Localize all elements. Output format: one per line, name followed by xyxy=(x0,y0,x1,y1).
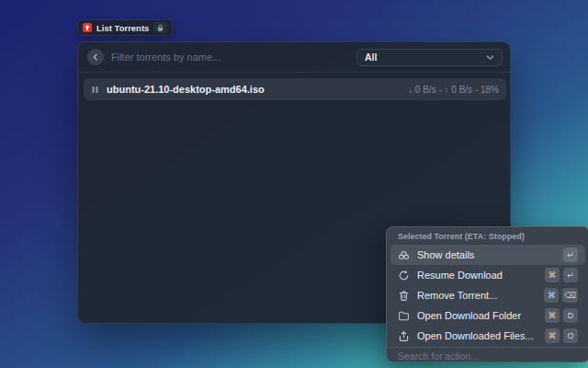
back-button[interactable] xyxy=(87,49,104,65)
cmd-key: ⌘ xyxy=(545,268,560,282)
open-files-icon xyxy=(398,330,410,342)
action-search-input[interactable] xyxy=(398,351,578,362)
shortcut-keys: ⌘ ⌫ xyxy=(544,288,578,303)
desktop-background: List Torrents All ubuntu-2 xyxy=(0,0,588,368)
action-open-downloaded-files[interactable]: Open Downloaded Files... ⌘ O xyxy=(390,326,585,346)
action-resume-download[interactable]: Resume Download ⌘ ↵ xyxy=(390,265,585,285)
torrent-name: ubuntu-21.10-desktop-amd64.iso xyxy=(107,84,408,95)
delete-key: ⌫ xyxy=(562,288,578,303)
trash-icon xyxy=(398,290,410,302)
command-badge-label: List Torrents xyxy=(96,23,149,33)
shortcut-keys: ⌘ ↵ xyxy=(545,268,578,282)
action-label: Remove Torrent... xyxy=(417,290,544,301)
chevron-down-icon xyxy=(486,53,494,62)
return-key: ↵ xyxy=(563,247,578,262)
action-panel: Selected Torrent (ETA: Stopped) Show det… xyxy=(386,226,588,362)
raycast-window: All ubuntu-21.10-desktop-amd64.iso ↓ 0 B… xyxy=(77,41,511,324)
d-key: D xyxy=(563,308,578,323)
cmd-key: ⌘ xyxy=(545,308,560,323)
action-panel-title: Selected Torrent (ETA: Stopped) xyxy=(387,227,588,245)
shortcut-keys: ⌘ D xyxy=(545,308,578,323)
action-label: Open Downloaded Files... xyxy=(417,330,545,341)
status-filter-dropdown[interactable]: All xyxy=(356,49,503,66)
return-key: ↵ xyxy=(563,268,578,282)
shortcut-keys: ↵ xyxy=(563,247,578,262)
binoculars-icon xyxy=(398,249,410,261)
filter-input[interactable] xyxy=(111,52,349,63)
o-key: O xyxy=(563,328,578,343)
action-label: Open Download Folder xyxy=(417,310,545,321)
action-search-row xyxy=(387,347,588,362)
chevron-left-icon xyxy=(92,53,99,61)
cmd-key: ⌘ xyxy=(545,328,560,343)
window-header: All xyxy=(78,42,510,73)
torrent-stats: ↓ 0 B/s - ↑ 0 B/s - 18% xyxy=(408,85,499,95)
action-label: Show details xyxy=(417,249,563,260)
torrent-list-item[interactable]: ubuntu-21.10-desktop-amd64.iso ↓ 0 B/s -… xyxy=(84,78,506,100)
action-show-details[interactable]: Show details ↵ xyxy=(390,245,585,265)
cmd-key: ⌘ xyxy=(544,288,559,303)
action-remove-torrent[interactable]: Remove Torrent... ⌘ ⌫ xyxy=(390,285,585,305)
folder-icon xyxy=(398,310,410,322)
pause-icon xyxy=(91,86,99,94)
lock-icon xyxy=(153,22,167,33)
action-label: Resume Download xyxy=(417,270,545,281)
transmission-icon xyxy=(83,23,92,32)
resume-icon xyxy=(398,270,410,282)
dropdown-value: All xyxy=(365,52,486,63)
action-open-download-folder[interactable]: Open Download Folder ⌘ D xyxy=(390,305,585,326)
shortcut-keys: ⌘ O xyxy=(545,328,578,343)
command-badge: List Torrents xyxy=(77,19,173,36)
